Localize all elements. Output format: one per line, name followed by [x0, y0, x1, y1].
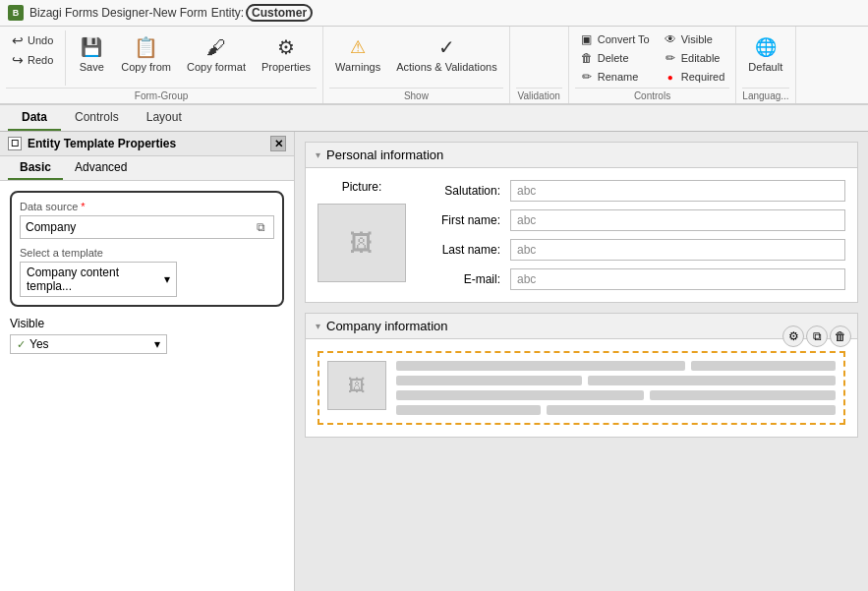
visible-dropdown-arrow: ▾: [154, 337, 160, 351]
template-dropdown-value: Company content templa...: [27, 266, 160, 293]
undo-button[interactable]: ↩ Undo: [6, 30, 59, 50]
dialog-title: Entity Template Properties: [28, 137, 176, 150]
default-button[interactable]: 🌐 Default: [742, 30, 788, 76]
lastname-input: abc: [510, 239, 845, 261]
email-input: abc: [510, 268, 845, 290]
company-body: ⚙ ⧉ 🗑 🖼: [306, 339, 857, 437]
firstname-label: First name:: [422, 213, 500, 227]
default-label: Default: [748, 61, 782, 73]
template-image-placeholder: 🖼: [327, 361, 386, 410]
ribbon-languages-label: Languag...: [742, 88, 788, 101]
delete-icon: 🗑: [580, 51, 594, 65]
personal-info-body: Picture: 🖼 Salutation: abc First name: a…: [306, 168, 857, 302]
template-copy-button[interactable]: ⧉: [806, 325, 828, 347]
ribbon-form-buttons: ↩ Undo ↪ Redo 💾 Save 📋 Copy from: [6, 30, 317, 86]
salutation-row: Salutation: abc: [422, 180, 845, 202]
template-line-2: [691, 361, 836, 371]
redo-button[interactable]: ↪ Redo: [6, 50, 59, 70]
company-chevron-icon: ▾: [316, 321, 320, 331]
template-line-row-2: [396, 376, 836, 385]
template-line-row-4: [396, 405, 836, 415]
template-lines: [396, 361, 836, 415]
editable-label: Editable: [681, 52, 721, 64]
properties-button[interactable]: ⚙ Properties: [256, 30, 317, 76]
personal-info-section: ▾ Personal information Picture: 🖼 Saluta…: [305, 142, 858, 303]
personal-info-header: ▾ Personal information: [306, 143, 857, 168]
app-name: Bizagi Forms Designer: [29, 6, 148, 20]
dialog-close-button[interactable]: ✕: [270, 136, 286, 151]
warnings-label: Warnings: [335, 61, 380, 73]
ribbon-show-label: Show: [329, 88, 503, 101]
editable-icon: ✏: [664, 51, 677, 65]
dialog-header: ☐ Entity Template Properties ✕: [0, 132, 294, 156]
tab-controls[interactable]: Controls: [61, 105, 133, 131]
ribbon-sep-1: [65, 30, 66, 86]
lastname-row: Last name: abc: [422, 239, 845, 261]
template-gear-button[interactable]: ⚙: [782, 325, 804, 347]
visible-check-icon: ✓: [17, 338, 26, 351]
rename-button[interactable]: ✏ Rename: [575, 68, 655, 86]
copy-format-icon: 🖌: [203, 33, 230, 61]
dialog-content: Data source * ⧉ Select a template Compan…: [0, 181, 294, 591]
app-icon: B: [8, 5, 24, 21]
actions-icon: ✓: [433, 33, 460, 61]
undo-label: Undo: [28, 34, 53, 46]
visible-label-ribbon: Visible: [681, 33, 713, 45]
visible-button[interactable]: 👁 Visible: [659, 30, 730, 48]
visible-row: Visible: [10, 317, 284, 330]
main-layout: ☐ Entity Template Properties ✕ Basic Adv…: [0, 132, 868, 591]
convert-to-button[interactable]: ▣ Convert To: [575, 30, 655, 48]
template-line-row-3: [396, 390, 836, 400]
template-line-3: [396, 376, 582, 385]
rename-label: Rename: [598, 71, 639, 83]
ribbon-group-languages: 🌐 Default Languag...: [736, 27, 795, 103]
template-line-1: [396, 361, 685, 371]
save-button[interactable]: 💾 Save: [72, 30, 111, 76]
company-info-section: ▾ Company information ⚙ ⧉ 🗑 🖼: [305, 313, 858, 438]
template-trash-button[interactable]: 🗑: [830, 325, 851, 347]
undo-redo-group: ↩ Undo ↪ Redo: [6, 30, 59, 70]
personal-chevron-icon: ▾: [316, 149, 320, 160]
copy-from-icon: 📋: [133, 33, 160, 61]
picture-label: Picture:: [342, 180, 382, 194]
firstname-input: abc: [510, 209, 845, 231]
properties-label: Properties: [261, 61, 311, 73]
picture-block: Picture: 🖼: [318, 180, 406, 290]
dialog-tab-advanced[interactable]: Advanced: [63, 156, 139, 180]
template-dropdown[interactable]: Company content templa... ▾: [20, 262, 177, 297]
default-icon: 🌐: [752, 33, 780, 61]
actions-validations-button[interactable]: ✓ Actions & Validations: [390, 30, 503, 76]
editable-button[interactable]: ✏ Editable: [659, 49, 730, 67]
tab-layout[interactable]: Layout: [133, 105, 196, 131]
dialog-tab-basic[interactable]: Basic: [8, 156, 63, 180]
required-button[interactable]: ● Required: [659, 68, 730, 86]
personal-info-title: Personal information: [326, 148, 443, 162]
copy-from-button[interactable]: 📋 Copy from: [115, 30, 177, 76]
data-source-input-wrapper: ⧉: [20, 215, 274, 239]
copy-format-label: Copy format: [187, 61, 246, 73]
company-template-block: 🖼: [318, 351, 845, 425]
data-source-copy-icon[interactable]: ⧉: [253, 219, 268, 235]
warnings-button[interactable]: ⚠ Warnings: [329, 30, 386, 76]
dialog-tabs: Basic Advanced: [0, 156, 294, 181]
controls-right-col: 👁 Visible ✏ Editable ● Required: [659, 30, 730, 86]
data-source-input[interactable]: [26, 220, 249, 234]
delete-button[interactable]: 🗑 Delete: [575, 49, 655, 67]
properties-icon: ⚙: [272, 33, 300, 61]
template-line-6: [650, 390, 836, 400]
template-dropdown-arrow: ▾: [164, 272, 170, 286]
visible-dropdown[interactable]: ✓ Yes ▾: [10, 334, 167, 354]
copy-format-button[interactable]: 🖌 Copy format: [181, 30, 252, 76]
ribbon-validation-content: [516, 30, 562, 86]
ribbon-controls-label: Controls: [575, 88, 730, 101]
entity-label: Entity:: [211, 6, 244, 20]
template-action-icons: ⚙ ⧉ 🗑: [782, 325, 851, 347]
main-tabs-bar: Data Controls Layout: [0, 105, 868, 132]
template-line-4: [588, 376, 836, 385]
delete-label: Delete: [598, 52, 629, 64]
tab-data[interactable]: Data: [8, 105, 61, 131]
ribbon-group-form: ↩ Undo ↪ Redo 💾 Save 📋 Copy from: [0, 27, 323, 103]
company-info-header: ▾ Company information: [306, 314, 857, 339]
required-star: *: [81, 201, 85, 212]
email-label: E-mail:: [422, 272, 500, 286]
